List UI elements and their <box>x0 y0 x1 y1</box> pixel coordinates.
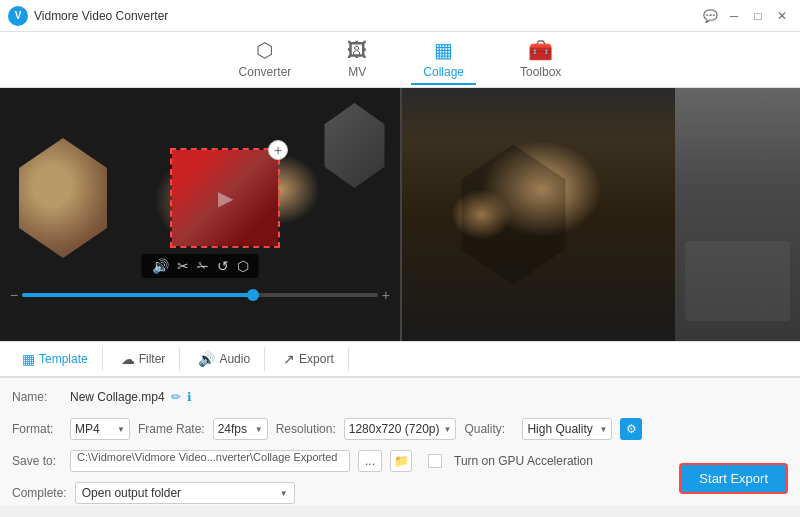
tab-toolbox[interactable]: 🧰 Toolbox <box>508 34 573 85</box>
res-arrow-icon: ▼ <box>443 425 451 434</box>
gpu-label: Turn on GPU Acceleration <box>454 454 593 468</box>
nav-tabs: ⬡ Converter 🖼 MV ▦ Collage 🧰 Toolbox <box>0 32 800 88</box>
tab-audio-label: Audio <box>219 352 250 366</box>
save-path-input[interactable]: C:\Vidmore\Vidmore Video...nverter\Colla… <box>70 450 350 472</box>
format-value: MP4 <box>75 422 113 436</box>
minimize-button[interactable]: ─ <box>724 6 744 26</box>
left-video-panel: ▶ + 🔊 ✂ ✁ ↺ ⬡ − + <box>0 88 400 313</box>
name-label: Name: <box>12 390 62 404</box>
format-arrow-icon: ▼ <box>117 425 125 434</box>
format-label: Format: <box>12 422 62 436</box>
info-icon[interactable]: ℹ <box>187 390 192 404</box>
fps-value: 24fps <box>218 422 251 436</box>
mute-icon[interactable]: 🔊 <box>152 258 169 274</box>
resolution-label: Resolution: <box>276 422 336 436</box>
tab-template[interactable]: ▦ Template <box>8 347 103 371</box>
progress-thumb[interactable] <box>247 289 259 301</box>
right-side-clip <box>675 88 800 341</box>
complete-value: Open output folder <box>82 486 280 500</box>
app-title: Vidmore Video Converter <box>34 9 168 23</box>
progress-track[interactable] <box>22 293 378 297</box>
zoom-plus-icon[interactable]: + <box>382 287 390 303</box>
video-panels-row: ▶ + 🔊 ✂ ✁ ↺ ⬡ − + <box>0 88 800 341</box>
saveto-label: Save to: <box>12 454 62 468</box>
left-progress-bar[interactable]: − + <box>10 287 390 303</box>
quality-value: High Quality <box>527 422 595 436</box>
cut-icon[interactable]: ✁ <box>197 258 209 274</box>
resolution-value: 1280x720 (720p) <box>349 422 440 436</box>
toolbox-icon: 🧰 <box>528 38 553 62</box>
fps-arrow-icon: ▼ <box>255 425 263 434</box>
titlebar-left: V Vidmore Video Converter <box>8 6 168 26</box>
quality-settings-button[interactable]: ⚙ <box>620 418 642 440</box>
name-field-row: New Collage.mp4 ✏ ℹ <box>70 390 192 404</box>
tab-mv-label: MV <box>348 65 366 79</box>
aspect-icon[interactable]: ⬡ <box>237 258 249 274</box>
close-clip-button[interactable]: + <box>268 140 288 160</box>
complete-dropdown[interactable]: Open output folder ▼ <box>75 482 295 504</box>
tab-converter-label: Converter <box>239 65 292 79</box>
framerate-label: Frame Rate: <box>138 422 205 436</box>
window-controls: 💬 ─ □ ✕ <box>700 6 792 26</box>
start-export-button[interactable]: Start Export <box>679 463 788 494</box>
selected-video-clip: ▶ <box>172 150 278 246</box>
logo-text: V <box>15 10 22 21</box>
collage-icon: ▦ <box>434 38 453 62</box>
template-icon: ▦ <box>22 351 35 367</box>
browse-button[interactable]: ... <box>358 450 382 472</box>
tab-export[interactable]: ↗ Export <box>269 347 349 371</box>
bottom-tabs: ▦ Template ☁ Filter 🔊 Audio ↗ Export <box>0 341 800 377</box>
mv-icon: 🖼 <box>347 39 367 62</box>
tab-filter-label: Filter <box>139 352 166 366</box>
quality-label: Quality: <box>464 422 514 436</box>
save-path-value: C:\Vidmore\Vidmore Video...nverter\Colla… <box>77 451 337 463</box>
right-video-panel: ▶ ■ 00:00:02.08/00:00:44.05 🔊 <box>402 88 800 341</box>
gpu-checkbox[interactable] <box>428 454 442 468</box>
edit-name-icon[interactable]: ✏ <box>171 390 181 404</box>
clip-content <box>685 241 790 321</box>
selection-box[interactable]: ▶ + <box>170 148 280 248</box>
chat-button[interactable]: 💬 <box>700 6 720 26</box>
tab-collage-label: Collage <box>423 65 464 79</box>
complete-row: Complete: Open output folder ▼ <box>12 480 788 506</box>
settings-area: Name: New Collage.mp4 ✏ ℹ Format: MP4 ▼ … <box>0 377 800 506</box>
fps-dropdown[interactable]: 24fps ▼ <box>213 418 268 440</box>
tab-export-label: Export <box>299 352 334 366</box>
rotate-icon[interactable]: ↺ <box>217 258 229 274</box>
quality-arrow-icon: ▼ <box>599 425 607 434</box>
quality-dropdown[interactable]: High Quality ▼ <box>522 418 612 440</box>
converter-icon: ⬡ <box>256 38 273 62</box>
close-button[interactable]: ✕ <box>772 6 792 26</box>
filter-icon: ☁ <box>121 351 135 367</box>
complete-label: Complete: <box>12 486 67 500</box>
complete-arrow-icon: ▼ <box>280 489 288 498</box>
zoom-minus-icon[interactable]: − <box>10 287 18 303</box>
open-folder-button[interactable]: 📁 <box>390 450 412 472</box>
name-value: New Collage.mp4 <box>70 390 165 404</box>
tab-template-label: Template <box>39 352 88 366</box>
format-dropdown[interactable]: MP4 ▼ <box>70 418 130 440</box>
name-row: Name: New Collage.mp4 ✏ ℹ <box>12 384 788 410</box>
tab-mv[interactable]: 🖼 MV <box>335 35 379 85</box>
tab-converter[interactable]: ⬡ Converter <box>227 34 304 85</box>
format-row: Format: MP4 ▼ Frame Rate: 24fps ▼ Resolu… <box>12 416 788 442</box>
video-toolbar: 🔊 ✂ ✁ ↺ ⬡ <box>142 254 259 278</box>
app-logo: V <box>8 6 28 26</box>
progress-fill <box>22 293 253 297</box>
audio-icon: 🔊 <box>198 351 215 367</box>
tab-filter[interactable]: ☁ Filter <box>107 347 181 371</box>
export-icon: ↗ <box>283 351 295 367</box>
tab-toolbox-label: Toolbox <box>520 65 561 79</box>
titlebar: V Vidmore Video Converter 💬 ─ □ ✕ <box>0 0 800 32</box>
resolution-dropdown[interactable]: 1280x720 (720p) ▼ <box>344 418 457 440</box>
saveto-row: Save to: C:\Vidmore\Vidmore Video...nver… <box>12 448 788 474</box>
tab-collage[interactable]: ▦ Collage <box>411 34 476 85</box>
video-placeholder-icon: ▶ <box>218 186 233 210</box>
maximize-button[interactable]: □ <box>748 6 768 26</box>
crop-icon[interactable]: ✂ <box>177 258 189 274</box>
tab-audio[interactable]: 🔊 Audio <box>184 347 265 371</box>
